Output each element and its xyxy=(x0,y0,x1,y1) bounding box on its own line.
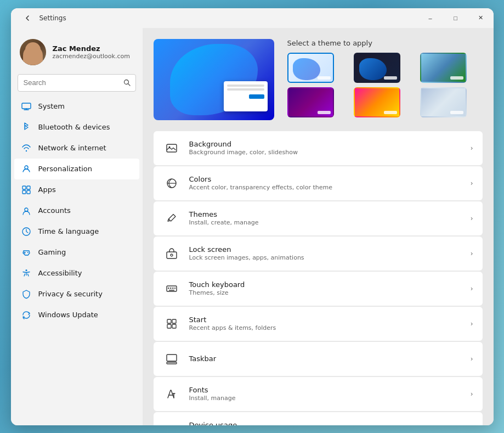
taskbar-icon xyxy=(163,350,180,368)
close-button[interactable]: ✕ xyxy=(468,8,494,28)
settings-window: Settings – □ ✕ Zac Mendez zacmendez@outl… xyxy=(11,8,494,425)
svg-rect-6 xyxy=(22,190,26,194)
sidebar-item-accounts[interactable]: Accounts xyxy=(14,200,139,221)
sidebar-label-bluetooth: Bluetooth & devices xyxy=(38,123,110,131)
sidebar-item-bluetooth[interactable]: Bluetooth & devices xyxy=(14,117,139,138)
settings-item-background[interactable]: Background Background image, color, slid… xyxy=(154,131,483,165)
lockscreen-title: Lock screen xyxy=(189,245,462,254)
svg-rect-19 xyxy=(172,288,174,289)
settings-item-taskbar[interactable]: Taskbar › xyxy=(154,342,483,376)
settings-item-start[interactable]: Start Recent apps & items, folders › xyxy=(154,307,483,341)
accounts-icon xyxy=(21,205,32,216)
theme-soft[interactable] xyxy=(420,87,467,117)
network-icon xyxy=(21,143,32,154)
main-content: Select a theme to apply xyxy=(143,28,494,425)
user-name: Zac Mendez xyxy=(53,44,130,53)
svg-rect-7 xyxy=(27,190,30,194)
gaming-icon xyxy=(21,247,32,258)
colors-icon xyxy=(163,175,180,192)
sidebar-label-accessibility: Accessibility xyxy=(38,269,82,277)
sidebar-item-update[interactable]: Windows Update xyxy=(14,305,139,325)
maximize-button[interactable]: □ xyxy=(443,8,468,28)
svg-rect-22 xyxy=(167,319,171,323)
sidebar-item-time[interactable]: Time & language xyxy=(14,221,139,242)
window-controls: – □ ✕ xyxy=(418,8,494,28)
fonts-desc: Install, manage xyxy=(189,395,462,402)
minimize-button[interactable]: – xyxy=(418,8,443,28)
background-text: Background Background image, color, slid… xyxy=(189,140,462,156)
time-icon xyxy=(21,226,32,237)
user-email: zacmendez@outlook.com xyxy=(53,53,130,60)
avatar xyxy=(20,39,46,65)
sidebar-item-personalization[interactable]: Personalization xyxy=(14,159,139,179)
touchkeyboard-desc: Themes, size xyxy=(189,289,462,296)
privacy-icon xyxy=(21,289,32,300)
svg-rect-1 xyxy=(22,103,31,109)
theme-nature[interactable] xyxy=(420,53,467,83)
svg-rect-4 xyxy=(22,186,26,189)
svg-point-10 xyxy=(25,269,27,271)
start-title: Start xyxy=(189,316,462,324)
sidebar-item-accessibility[interactable]: Accessibility xyxy=(14,263,139,284)
sidebar-label-time: Time & language xyxy=(38,227,99,235)
taskbar-title: Taskbar xyxy=(189,355,462,363)
dialog-preview xyxy=(224,81,268,111)
bluetooth-icon xyxy=(21,122,32,133)
background-desc: Background image, color, slideshow xyxy=(189,149,462,156)
theme-grid xyxy=(287,53,483,117)
svg-rect-21 xyxy=(169,290,174,291)
lockscreen-chevron: › xyxy=(471,250,473,257)
theme-colorful[interactable] xyxy=(354,87,400,117)
svg-point-3 xyxy=(25,166,28,169)
back-button[interactable] xyxy=(20,10,35,26)
svg-rect-23 xyxy=(172,319,176,323)
search-button[interactable] xyxy=(121,76,134,89)
apps-icon xyxy=(21,184,32,195)
settings-item-colors[interactable]: Colors Accent color, transparency effect… xyxy=(154,166,483,200)
theme-section-title: Select a theme to apply xyxy=(287,39,483,47)
theme-light[interactable] xyxy=(287,53,334,83)
sidebar-item-apps[interactable]: Apps xyxy=(14,179,139,200)
taskbar-text: Taskbar xyxy=(189,355,462,363)
svg-rect-18 xyxy=(170,288,172,289)
svg-rect-26 xyxy=(167,355,177,361)
settings-item-touchkeyboard[interactable]: Touch keyboard Themes, size › xyxy=(154,272,483,306)
dialog-line-2 xyxy=(227,88,264,91)
start-chevron: › xyxy=(471,320,473,328)
settings-item-fonts[interactable]: Fonts Install, manage › xyxy=(154,377,483,411)
svg-rect-11 xyxy=(167,144,177,152)
start-text: Start Recent apps & items, folders xyxy=(189,316,462,331)
deviceusage-text: Device usage Customized suggestions for … xyxy=(189,421,462,425)
colors-title: Colors xyxy=(189,175,462,183)
lockscreen-desc: Lock screen images, apps, animations xyxy=(189,254,462,261)
search-input[interactable] xyxy=(18,74,136,92)
settings-list: Background Background image, color, slid… xyxy=(154,131,483,425)
themes-icon xyxy=(163,210,180,227)
titlebar: Settings – □ ✕ xyxy=(11,8,494,28)
lockscreen-icon xyxy=(163,245,180,262)
sidebar-item-network[interactable]: Network & internet xyxy=(14,138,139,159)
theme-dark[interactable] xyxy=(354,53,400,83)
theme-selector: Select a theme to apply xyxy=(287,39,483,117)
svg-rect-5 xyxy=(27,186,30,189)
search-box xyxy=(18,74,136,92)
touchkeyboard-text: Touch keyboard Themes, size xyxy=(189,280,462,296)
sidebar-label-update: Windows Update xyxy=(38,311,98,319)
svg-rect-25 xyxy=(172,324,176,328)
colors-text: Colors Accent color, transparency effect… xyxy=(189,175,462,191)
colors-desc: Accent color, transparency effects, colo… xyxy=(189,184,462,191)
settings-item-lockscreen[interactable]: Lock screen Lock screen images, apps, an… xyxy=(154,237,483,271)
system-icon xyxy=(21,101,32,112)
touchkeyboard-chevron: › xyxy=(471,285,473,293)
dialog-btn xyxy=(249,94,264,99)
settings-item-deviceusage[interactable]: Device usage Customized suggestions for … xyxy=(154,412,483,425)
sidebar-item-gaming[interactable]: Gaming xyxy=(14,242,139,263)
sidebar-item-privacy[interactable]: Privacy & security xyxy=(14,284,139,305)
theme-purple[interactable] xyxy=(287,87,334,117)
svg-point-0 xyxy=(124,80,129,85)
start-desc: Recent apps & items, folders xyxy=(189,324,462,331)
settings-item-themes[interactable]: Themes Install, create, manage › xyxy=(154,201,483,235)
themes-chevron: › xyxy=(471,215,473,222)
sidebar-item-system[interactable]: System xyxy=(14,96,139,117)
accessibility-icon xyxy=(21,268,32,279)
